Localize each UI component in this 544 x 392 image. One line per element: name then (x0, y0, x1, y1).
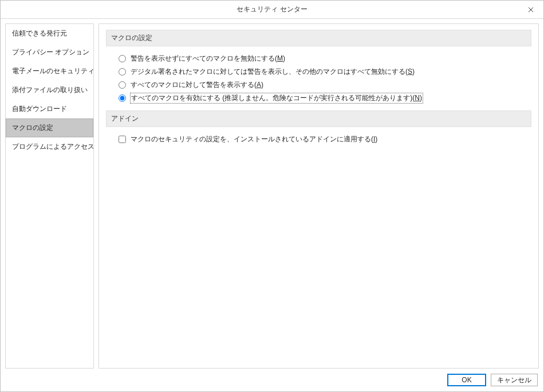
titlebar: セキュリティ センター (1, 1, 543, 19)
close-button[interactable] (518, 1, 543, 18)
main-panel: マクロの設定 警告を表示せずにすべてのマクロを無効にする(M)デジタル署名された… (98, 23, 539, 369)
macro-radio[interactable] (119, 94, 126, 102)
dialog-title: セキュリティ センター (236, 5, 307, 14)
section-header-macro: マクロの設定 (106, 30, 531, 46)
sidebar-item[interactable]: 添付ファイルの取り扱い (6, 81, 93, 100)
macro-option-row: 警告を表示せずにすべてのマクロを無効にする(M) (106, 52, 531, 65)
dialog-footer: OK キャンセル (1, 369, 543, 391)
macro-option-row: すべてのマクロを有効にする (推奨しません。危険なコードが実行される可能性があり… (106, 92, 531, 105)
ok-button[interactable]: OK (447, 374, 486, 386)
sidebar-item[interactable]: マクロの設定 (6, 118, 93, 137)
macro-radio-label[interactable]: デジタル署名されたマクロに対しては警告を表示し、その他のマクロはすべて無効にする… (131, 67, 415, 77)
macro-radio[interactable] (119, 55, 126, 62)
addin-apply-checkbox[interactable] (119, 136, 126, 143)
dialog-body: 信頼できる発行元プライバシー オプション電子メールのセキュリティ添付ファイルの取… (1, 19, 543, 369)
macro-radio[interactable] (119, 81, 126, 89)
sidebar-item[interactable]: プログラムによるアクセス (6, 137, 93, 156)
macro-radio[interactable] (119, 68, 126, 76)
macro-option-row: デジタル署名されたマクロに対しては警告を表示し、その他のマクロはすべて無効にする… (106, 65, 531, 78)
sidebar-item[interactable]: 自動ダウンロード (6, 100, 93, 118)
security-center-dialog: セキュリティ センター 信頼できる発行元プライバシー オプション電子メールのセキ… (0, 0, 544, 392)
sidebar-item[interactable]: 信頼できる発行元 (6, 24, 93, 43)
sidebar-item[interactable]: プライバシー オプション (6, 43, 93, 62)
macro-radio-label[interactable]: すべてのマクロを有効にする (推奨しません。危険なコードが実行される可能性があり… (131, 93, 423, 103)
sidebar-item[interactable]: 電子メールのセキュリティ (6, 62, 93, 81)
addin-checkbox-label[interactable]: マクロのセキュリティの設定を、インストールされているアドインに適用する(I) (131, 134, 377, 144)
close-icon (528, 7, 534, 13)
addin-checkbox-row: マクロのセキュリティの設定を、インストールされているアドインに適用する(I) (106, 133, 531, 146)
section-header-addin: アドイン (106, 110, 531, 127)
macro-option-row: すべてのマクロに対して警告を表示する(A) (106, 78, 531, 92)
sidebar: 信頼できる発行元プライバシー オプション電子メールのセキュリティ添付ファイルの取… (5, 23, 94, 369)
macro-radio-label[interactable]: 警告を表示せずにすべてのマクロを無効にする(M) (131, 54, 285, 64)
macro-radio-label[interactable]: すべてのマクロに対して警告を表示する(A) (131, 80, 263, 90)
cancel-button[interactable]: キャンセル (491, 374, 538, 386)
